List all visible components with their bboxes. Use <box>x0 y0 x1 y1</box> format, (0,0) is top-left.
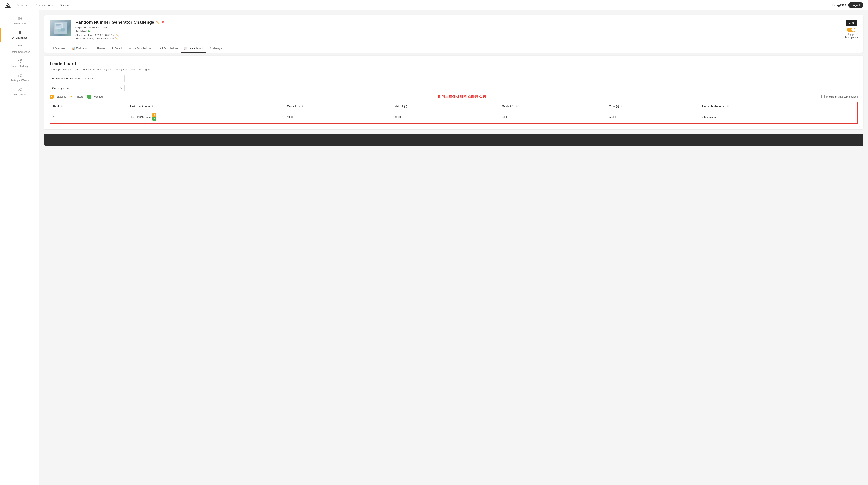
korean-banner-text: 리더보드에서 베이스라인 설정 <box>107 94 818 99</box>
edit-end-date-icon[interactable]: ✏️ <box>115 37 118 40</box>
order-metric-dropdown[interactable]: Order by metric <box>50 85 125 92</box>
nav-greeting: Hi lkg1303 <box>833 4 846 7</box>
leaderboard-table-container: Rank ⇅ Participant team ⇅ Metric1 (↓) ⇅ <box>50 102 858 124</box>
nav-discuss[interactable]: Discuss <box>60 4 69 7</box>
col-metric1: Metric1 (↓) ⇅ <box>284 103 392 110</box>
my-submissions-icon: 👁 <box>129 47 131 50</box>
published-status: Published <box>75 30 838 33</box>
sidebar-label-create-challenge: Create Challenge <box>11 65 29 67</box>
col-metric3: Metric3 (↑) ⇅ <box>499 103 606 110</box>
phase-split-dropdown[interactable]: Phase: Dev Phase, Split: Train Split <box>50 75 125 82</box>
sidebar-item-dashboard[interactable]: Dashboard <box>0 13 39 28</box>
sidebar-item-all-challenges[interactable]: All Challenges <box>0 28 39 42</box>
legend-private: ★ - Private <box>70 95 84 98</box>
toggle-participation[interactable] <box>847 28 856 32</box>
row-badge-v: V <box>153 117 156 121</box>
phases-icon: ↑ <box>94 47 96 50</box>
challenge-card: Random Number Generator Challenge ✏️ 🗑 O… <box>44 15 863 53</box>
starts-date-row: Starts on: Jan 1, 2019 9:00:00 AM ✏️ <box>75 34 838 36</box>
logout-button[interactable]: Logout <box>848 2 863 8</box>
tab-leaderboard[interactable]: 📈 Leaderboard <box>181 45 206 53</box>
logo-icon <box>5 2 11 8</box>
leaderboard-description: Lorem ipsum dolor sit amet, consectetur … <box>50 68 858 71</box>
rank-sort-icon[interactable]: ⇅ <box>61 105 63 108</box>
delete-icon[interactable]: 🗑 <box>161 21 164 24</box>
host-teams-icon <box>18 87 22 92</box>
toggle-label: ToggleParticipation <box>845 33 858 39</box>
legend-baseline: B - Baseline <box>50 94 66 98</box>
cell-last-submission: 7 hours ago <box>699 110 857 124</box>
all-challenges-icon <box>18 30 22 35</box>
svg-rect-5 <box>20 17 22 19</box>
table-body: 1 Host_44648_Team B V 19.0 <box>50 110 857 124</box>
total-sort-icon[interactable]: ⇅ <box>620 105 622 108</box>
team-badges: B V <box>153 113 156 121</box>
nav-documentation[interactable]: Documentation <box>36 4 54 7</box>
tab-evaluation[interactable]: 📊 Evaluation <box>69 45 91 53</box>
ends-date-row: Ends on: Jun 1, 2099 8:59:59 AM ✏️ <box>75 37 838 40</box>
tab-my-submissions[interactable]: 👁 My Submissions <box>126 45 154 53</box>
dashboard-icon <box>18 16 22 21</box>
svg-rect-19 <box>56 26 60 26</box>
leaderboard-icon: 📈 <box>184 47 187 50</box>
team-name: Host_44648_Team <box>130 116 151 118</box>
toggle-knob <box>851 28 855 32</box>
col-metric2: Metric2 (↑) ⇅ <box>391 103 499 110</box>
star-button[interactable]: ★ 0 <box>845 20 857 26</box>
hosted-challenges-icon <box>18 45 22 50</box>
cell-total: 50.00 <box>606 110 699 124</box>
nav-dashboard[interactable]: Dashboard <box>17 4 30 7</box>
table-header: Rank ⇅ Participant team ⇅ Metric1 (↓) ⇅ <box>50 103 857 110</box>
include-private-checkbox[interactable] <box>822 95 825 98</box>
col-total: Total (↑) ⇅ <box>606 103 699 110</box>
cell-metric2: 86.00 <box>391 110 499 124</box>
metric1-sort-icon[interactable]: ⇅ <box>301 105 303 108</box>
challenge-tabs: ℹ Overview 📊 Evaluation ↑ Phases ⬆ Submi… <box>44 44 863 53</box>
last-submission-sort-icon[interactable]: ⇅ <box>727 105 729 108</box>
overview-icon: ℹ <box>53 47 54 50</box>
svg-point-7 <box>19 33 21 34</box>
footer-bar <box>44 134 863 146</box>
include-private-row: Include private submissions <box>822 95 858 98</box>
svg-point-11 <box>20 74 22 75</box>
table-row: 1 Host_44648_Team B V 19.0 <box>50 110 857 124</box>
team-cell: Host_44648_Team B V <box>130 113 281 121</box>
published-dot <box>88 30 90 32</box>
evaluation-icon: 📊 <box>72 47 75 50</box>
legend-verified: V - Verified <box>87 94 102 98</box>
order-dropdown-row: Order by metric <box>50 85 858 92</box>
team-sort-icon[interactable]: ⇅ <box>151 105 153 108</box>
tab-manage[interactable]: ⚙ Manage <box>206 45 225 53</box>
verified-badge: V <box>87 94 91 98</box>
sidebar-label-all-challenges: All Challenges <box>12 36 28 39</box>
phase-dropdown-row: Phase: Dev Phase, Split: Train Split <box>50 75 858 82</box>
svg-point-13 <box>20 88 22 89</box>
col-last-submission: Last submission at ⇅ <box>699 103 857 110</box>
nav-username: lkg1303 <box>836 4 846 7</box>
sidebar-item-hosted-challenges[interactable]: Hosted Challenges <box>0 42 39 56</box>
layout: Dashboard All Challenges Hosted Challeng… <box>0 10 868 485</box>
col-participant-team: Participant team ⇅ <box>127 103 284 110</box>
main-content: Random Number Generator Challenge ✏️ 🗑 O… <box>39 10 868 485</box>
challenge-actions: ★ 0 ToggleParticipation <box>845 20 858 39</box>
row-badge-b: B <box>153 113 156 117</box>
nav-right: Hi lkg1303 Logout <box>833 2 863 8</box>
challenge-title: Random Number Generator Challenge ✏️ 🗑 <box>75 20 838 25</box>
col-rank: Rank ⇅ <box>50 103 127 110</box>
cell-rank: 1 <box>50 110 127 124</box>
tab-overview[interactable]: ℹ Overview <box>50 45 69 53</box>
sidebar-item-host-teams[interactable]: Host Teams <box>0 85 39 99</box>
sidebar-item-participant-teams[interactable]: Participant Teams <box>0 70 39 85</box>
edit-start-date-icon[interactable]: ✏️ <box>116 34 119 36</box>
metric2-sort-icon[interactable]: ⇅ <box>408 105 410 108</box>
svg-rect-4 <box>18 18 20 20</box>
metric3-sort-icon[interactable]: ⇅ <box>516 105 518 108</box>
tab-phases[interactable]: ↑ Phases <box>91 45 108 53</box>
leaderboard-table: Rank ⇅ Participant team ⇅ Metric1 (↓) ⇅ <box>50 103 857 123</box>
participant-teams-icon <box>18 73 22 78</box>
challenge-header: Random Number Generator Challenge ✏️ 🗑 O… <box>50 20 858 40</box>
tab-submit[interactable]: ⬆ Submit <box>108 45 126 53</box>
sidebar-item-create-challenge[interactable]: Create Challenge <box>0 56 39 70</box>
edit-icon[interactable]: ✏️ <box>156 21 160 24</box>
tab-all-submissions[interactable]: ≡ All Submissions <box>154 45 181 53</box>
